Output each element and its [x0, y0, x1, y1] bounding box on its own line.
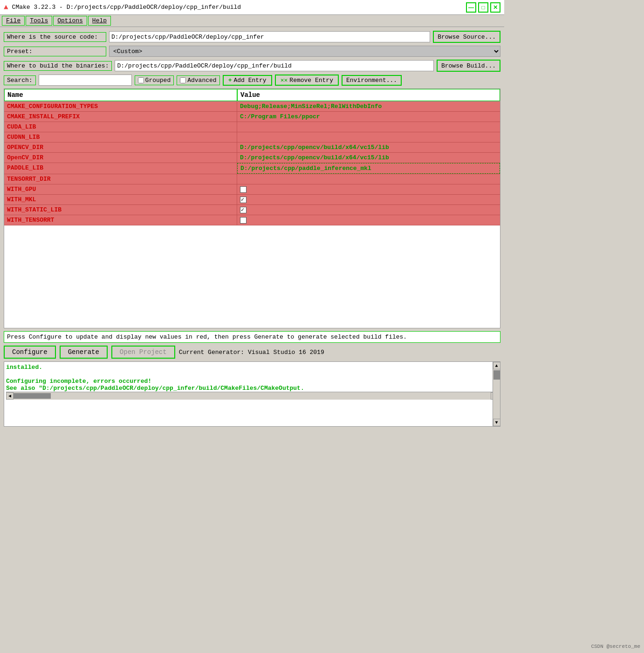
build-label: Where to build the binaries:: [4, 61, 112, 71]
checkbox-with-mkl[interactable]: [240, 197, 247, 203]
col-name-header: Name: [4, 89, 237, 101]
table-row: TENSORRT_DIR: [4, 174, 500, 184]
menu-file[interactable]: File: [2, 16, 25, 26]
row-name[interactable]: WITH_TENSORRT: [4, 215, 237, 225]
scroll-track: [493, 369, 500, 419]
row-value[interactable]: Debug;Release;MinSizeRel;RelWithDebInfo: [237, 102, 500, 111]
row-name[interactable]: TENSORRT_DIR: [4, 174, 237, 184]
checkbox-with-gpu[interactable]: [240, 186, 247, 193]
status-bar: Press Configure to update and display ne…: [4, 331, 500, 343]
row-value[interactable]: D:/projects/cpp/opencv/build/x64/vc15/li…: [237, 143, 500, 152]
log-line-4: See also "D:/projects/cpp/PaddleOCR/depl…: [6, 385, 490, 392]
scroll-track-h: [14, 392, 491, 400]
minimize-button[interactable]: —: [466, 2, 476, 13]
build-row: Where to build the binaries: Browse Buil…: [4, 60, 500, 72]
browse-source-button[interactable]: Browse Source...: [433, 31, 500, 43]
advanced-label: Advanced: [187, 77, 216, 84]
generator-text: Current Generator: Visual Studio 16 2019: [179, 349, 500, 356]
preset-label: Preset:: [4, 47, 106, 56]
table-row: OpenCV_DIR D:/projects/cpp/opencv/build/…: [4, 153, 500, 163]
vertical-scrollbar[interactable]: ▲ ▼: [493, 362, 500, 426]
add-entry-button[interactable]: + Add Entry: [223, 75, 272, 86]
table-row: CUDA_LIB: [4, 122, 500, 132]
row-name[interactable]: PADDLE_LIB: [4, 163, 237, 174]
scroll-left-button[interactable]: ◀: [6, 392, 14, 400]
maximize-button[interactable]: □: [478, 2, 488, 13]
scroll-up-button[interactable]: ▲: [493, 362, 500, 369]
main-content: Where is the source code: Browse Source.…: [0, 27, 504, 430]
row-name[interactable]: WITH_STATIC_LIB: [4, 205, 237, 215]
app-icon: ▲: [4, 3, 8, 12]
title-bar-text: CMake 3.22.3 - D:/projects/cpp/PaddleOCR…: [12, 4, 241, 11]
scroll-thumb[interactable]: [493, 370, 500, 380]
checkbox-with-static-lib[interactable]: [240, 207, 247, 213]
table-row: WITH_MKL: [4, 195, 500, 205]
table-row: CMAKE_INSTALL_PREFIX C:/Program Files/pp…: [4, 112, 500, 122]
row-value[interactable]: [237, 132, 500, 142]
row-name[interactable]: WITH_GPU: [4, 184, 237, 194]
row-value[interactable]: [237, 215, 500, 225]
horizontal-scrollbar[interactable]: ◀ ▶: [6, 392, 498, 399]
row-value[interactable]: [237, 174, 500, 184]
row-name[interactable]: WITH_MKL: [4, 195, 237, 204]
grouped-checkbox-label[interactable]: Grouped: [135, 75, 174, 85]
menu-help[interactable]: Help: [88, 16, 111, 26]
title-bar-left: ▲ CMake 3.22.3 - D:/projects/cpp/PaddleO…: [4, 3, 241, 12]
source-input[interactable]: [109, 31, 430, 42]
open-project-button[interactable]: Open Project: [111, 346, 175, 359]
scroll-down-button[interactable]: ▼: [493, 419, 500, 426]
row-value[interactable]: [237, 184, 500, 194]
menu-tools[interactable]: Tools: [26, 16, 52, 26]
bottom-toolbar: Configure Generate Open Project Current …: [4, 346, 500, 359]
remove-entry-label: Remove Entry: [289, 77, 333, 84]
remove-icon: ✕✕: [281, 76, 288, 84]
cmake-table: Name Value CMAKE_CONFIGURATION_TYPES Deb…: [4, 88, 500, 328]
table-empty-area: [4, 225, 500, 328]
search-input[interactable]: [39, 75, 132, 86]
preset-row: Preset: <Custom>: [4, 46, 500, 57]
remove-entry-button[interactable]: ✕✕ Remove Entry: [275, 75, 339, 86]
log-area: installed. Configuring incomplete, error…: [4, 361, 500, 427]
table-row: CMAKE_CONFIGURATION_TYPES Debug;Release;…: [4, 102, 500, 112]
col-value-header: Value: [237, 89, 500, 101]
table-row: CUDNN_LIB: [4, 132, 500, 143]
row-name[interactable]: CMAKE_INSTALL_PREFIX: [4, 112, 237, 122]
row-value[interactable]: [237, 195, 500, 204]
preset-select[interactable]: <Custom>: [109, 46, 500, 57]
search-label: Search:: [4, 75, 36, 85]
table-row: PADDLE_LIB D:/projects/cpp/paddle_infere…: [4, 163, 500, 174]
scroll-thumb-h[interactable]: [14, 393, 51, 399]
add-entry-label: Add Entry: [233, 77, 266, 84]
configure-button[interactable]: Configure: [4, 346, 56, 359]
row-value[interactable]: [237, 122, 500, 132]
table-header: Name Value: [4, 89, 500, 102]
source-label: Where is the source code:: [4, 32, 106, 42]
toolbar-row: Search: Grouped Advanced + Add Entry ✕✕ …: [4, 75, 500, 86]
log-line-3: Configuring incomplete, errors occurred!: [6, 378, 490, 385]
title-bar: ▲ CMake 3.22.3 - D:/projects/cpp/PaddleO…: [0, 0, 504, 15]
row-name[interactable]: CUDNN_LIB: [4, 132, 237, 142]
source-row: Where is the source code: Browse Source.…: [4, 31, 500, 43]
environment-button[interactable]: Environment...: [342, 75, 402, 86]
close-button[interactable]: ✕: [490, 2, 500, 13]
row-name[interactable]: CUDA_LIB: [4, 122, 237, 132]
row-name[interactable]: OpenCV_DIR: [4, 153, 237, 163]
row-name[interactable]: CMAKE_CONFIGURATION_TYPES: [4, 102, 237, 111]
advanced-checkbox[interactable]: [180, 77, 186, 83]
menu-options[interactable]: Options: [53, 16, 87, 26]
grouped-checkbox[interactable]: [138, 77, 144, 83]
checkbox-with-tensorrt[interactable]: [240, 217, 247, 224]
row-value[interactable]: D:/projects/cpp/opencv/build/x64/vc15/li…: [237, 153, 500, 163]
build-input[interactable]: [115, 60, 434, 71]
row-value[interactable]: D:/projects/cpp/paddle_inference_mkl: [237, 163, 500, 174]
row-name[interactable]: OPENCV_DIR: [4, 143, 237, 152]
generate-button[interactable]: Generate: [60, 346, 108, 359]
browse-build-button[interactable]: Browse Build...: [437, 60, 500, 72]
table-row: OPENCV_DIR D:/projects/cpp/opencv/build/…: [4, 143, 500, 153]
row-value[interactable]: C:/Program Files/ppocr: [237, 112, 500, 122]
row-value[interactable]: [237, 205, 500, 215]
advanced-checkbox-label[interactable]: Advanced: [177, 75, 219, 85]
grouped-label: Grouped: [145, 77, 171, 84]
plus-icon: +: [228, 77, 232, 84]
table-row: WITH_TENSORRT: [4, 215, 500, 225]
